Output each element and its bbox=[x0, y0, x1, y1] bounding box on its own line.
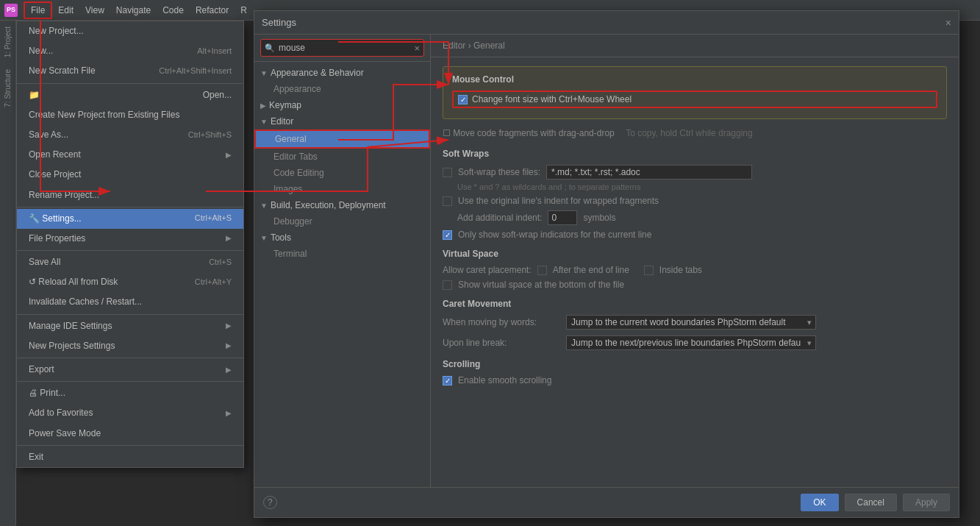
show-virtual-label: Show virtual space at the bottom of the … bbox=[458, 280, 624, 290]
checkbox-soft-wrap-indicators[interactable]: ✓ bbox=[443, 230, 452, 240]
menu-new-scratch-file[interactable]: New Scratch File Ctrl+Alt+Shift+Insert bbox=[17, 61, 243, 81]
menu-open-recent[interactable]: Open Recent ▶ bbox=[17, 145, 243, 165]
menu-view[interactable]: View bbox=[79, 3, 110, 18]
menu-open[interactable]: 📁 Open... bbox=[17, 85, 243, 105]
menu-export[interactable]: Export ▶ bbox=[17, 360, 243, 380]
menu-edit[interactable]: Edit bbox=[52, 3, 79, 18]
tree-item-code-editing[interactable]: Code Editing bbox=[254, 165, 430, 181]
menu-rename-project[interactable]: Rename Project... bbox=[17, 185, 243, 205]
checkbox-smooth-scrolling[interactable]: ✓ bbox=[443, 376, 452, 385]
menu-invalidate-caches[interactable]: Invalidate Caches / Restart... bbox=[17, 292, 243, 312]
footer-help[interactable]: ? bbox=[263, 497, 277, 508]
additional-indent-input[interactable] bbox=[548, 210, 577, 225]
checkbox-original-indent[interactable] bbox=[443, 196, 452, 206]
line-break-select[interactable]: Jump to the next/previous line boundarie… bbox=[566, 335, 816, 350]
moving-by-words-select-wrap: Jump to the current word boundaries PhpS… bbox=[566, 315, 816, 330]
file-dropdown-menu: New Project... New... Alt+Insert New Scr… bbox=[16, 21, 244, 468]
menu-power-save[interactable]: Power Save Mode bbox=[17, 424, 243, 444]
line-break-select-wrap: Jump to the next/previous line boundarie… bbox=[566, 335, 816, 350]
tree-item-editor-tabs[interactable]: Editor Tabs bbox=[254, 149, 430, 165]
menu-close-project[interactable]: Close Project bbox=[17, 165, 243, 185]
separator-7 bbox=[17, 445, 243, 446]
drag-drop-label: Move code fragments with drag-and-drop bbox=[453, 128, 614, 138]
after-end-label: After the end of line bbox=[553, 265, 629, 275]
mouse-control-section: Mouse Control ✓ Change font size with Ct… bbox=[443, 66, 947, 119]
tree-section-label-appearance: Appearance & Behavior bbox=[271, 68, 364, 78]
menu-new-project[interactable]: New Project... bbox=[17, 21, 243, 41]
search-wrap: 🔍 × bbox=[260, 39, 424, 57]
app-logo: PS bbox=[4, 4, 18, 17]
separator-3 bbox=[17, 250, 243, 251]
checkbox-soft-wrap[interactable] bbox=[443, 168, 452, 177]
menu-new[interactable]: New... Alt+Insert bbox=[17, 41, 243, 61]
menu-save-as[interactable]: Save As... Ctrl+Shift+S bbox=[17, 125, 243, 145]
drag-drop-hint: To copy, hold Ctrl while dragging bbox=[626, 128, 753, 138]
settings-search-container: 🔍 × bbox=[254, 35, 430, 62]
menu-new-projects-settings[interactable]: New Projects Settings ▶ bbox=[17, 336, 243, 356]
tree-section-header-appearance[interactable]: ▼ Appearance & Behavior bbox=[254, 65, 430, 81]
separator-6 bbox=[17, 381, 243, 382]
line-break-row: Upon line break: Jump to the next/previo… bbox=[443, 335, 947, 350]
checkbox-inside-tabs[interactable] bbox=[644, 266, 654, 275]
tree-item-appearance[interactable]: Appearance bbox=[254, 81, 430, 97]
menu-save-all[interactable]: Save All Ctrl+S bbox=[17, 252, 243, 272]
search-clear-icon[interactable]: × bbox=[414, 43, 420, 54]
tree-section-tools: ▼ Tools Terminal bbox=[254, 230, 430, 262]
tree-section-build: ▼ Build, Execution, Deployment Debugger bbox=[254, 197, 430, 230]
allow-caret-row: Allow caret placement: After the end of … bbox=[443, 265, 947, 275]
menu-refactor[interactable]: Refactor bbox=[190, 3, 235, 18]
checkbox-after-end[interactable] bbox=[537, 266, 547, 275]
smooth-scrolling-label: Enable smooth scrolling bbox=[458, 375, 551, 385]
moving-by-words-label: When moving by words: bbox=[443, 317, 560, 327]
additional-indent-row: Add additional indent: symbols bbox=[443, 210, 947, 225]
settings-search-input[interactable] bbox=[260, 39, 424, 57]
menu-add-to-favorites[interactable]: Add to Favorites ▶ bbox=[17, 403, 243, 423]
tree-item-general[interactable]: General bbox=[254, 129, 430, 149]
moving-by-words-select[interactable]: Jump to the current word boundaries PhpS… bbox=[566, 315, 816, 330]
menu-file-properties[interactable]: File Properties ▶ bbox=[17, 229, 243, 249]
tree-section-header-build[interactable]: ▼ Build, Execution, Deployment bbox=[254, 197, 430, 213]
tree-section-editor: ▼ Editor General Editor Tabs Code Editin… bbox=[254, 113, 430, 197]
caret-movement-title: Caret Movement bbox=[443, 299, 947, 309]
tree-section-label-editor: Editor bbox=[271, 116, 293, 127]
tree-section-header-tools[interactable]: ▼ Tools bbox=[254, 230, 430, 246]
menu-manage-ide[interactable]: Manage IDE Settings ▶ bbox=[17, 316, 243, 336]
menu-r[interactable]: R bbox=[235, 3, 253, 18]
tree-section-label-keymap: Keymap bbox=[269, 100, 301, 110]
drag-drop-row: ☐ Move code fragments with drag-and-drop… bbox=[443, 127, 947, 140]
menu-reload-from-disk[interactable]: ↺ Reload All from Disk Ctrl+Alt+Y bbox=[17, 272, 243, 292]
soft-wrap-files-input[interactable] bbox=[546, 165, 752, 180]
symbols-label: symbols bbox=[583, 213, 615, 223]
sidebar-tab-structure[interactable]: 7: Structure bbox=[2, 63, 13, 113]
menu-create-from-existing[interactable]: Create New Project from Existing Files bbox=[17, 105, 243, 125]
tree-section-header-keymap[interactable]: ▶ Keymap bbox=[254, 97, 430, 113]
checkbox-show-virtual[interactable] bbox=[443, 280, 452, 290]
tree-item-debugger[interactable]: Debugger bbox=[254, 213, 430, 230]
close-button[interactable]: × bbox=[945, 17, 951, 29]
soft-wraps-title: Soft Wraps bbox=[443, 149, 947, 159]
soft-wrap-hint: Use * and ? as wildcards and ; to separa… bbox=[443, 182, 947, 191]
separator-1 bbox=[17, 83, 243, 84]
checkbox-row-font-size: ✓ Change font size with Ctrl+Mouse Wheel bbox=[452, 90, 937, 108]
menu-exit[interactable]: Exit bbox=[17, 447, 243, 467]
left-sidebar: 1: Project 7: Structure bbox=[0, 21, 16, 526]
soft-wrap-files-row: Soft-wrap these files: bbox=[443, 165, 947, 180]
settings-left-panel: 🔍 × ▼ Appearance & Behavior Appearance bbox=[254, 35, 431, 487]
menu-settings[interactable]: 🔧 Settings... Ctrl+Alt+S bbox=[17, 209, 243, 229]
apply-button[interactable]: Apply bbox=[903, 494, 950, 511]
menu-print[interactable]: 🖨 Print... bbox=[17, 383, 243, 403]
original-indent-row: Use the original line's indent for wrapp… bbox=[443, 196, 947, 206]
checkbox-font-size[interactable]: ✓ bbox=[458, 95, 468, 104]
menu-navigate[interactable]: Navigate bbox=[110, 3, 157, 18]
cancel-button[interactable]: Cancel bbox=[845, 494, 897, 511]
soft-wrap-files-label: Soft-wrap these files: bbox=[458, 167, 540, 177]
sidebar-tab-project[interactable]: 1: Project bbox=[2, 21, 13, 63]
tree-item-images[interactable]: Images bbox=[254, 181, 430, 197]
menu-code[interactable]: Code bbox=[157, 3, 190, 18]
menu-file[interactable]: File bbox=[24, 1, 52, 19]
original-indent-label: Use the original line's indent for wrapp… bbox=[458, 196, 659, 206]
tree-section-header-editor[interactable]: ▼ Editor bbox=[254, 113, 430, 129]
ok-button[interactable]: OK bbox=[801, 494, 838, 511]
settings-content: Mouse Control ✓ Change font size with Ct… bbox=[431, 57, 959, 487]
tree-item-terminal[interactable]: Terminal bbox=[254, 246, 430, 262]
